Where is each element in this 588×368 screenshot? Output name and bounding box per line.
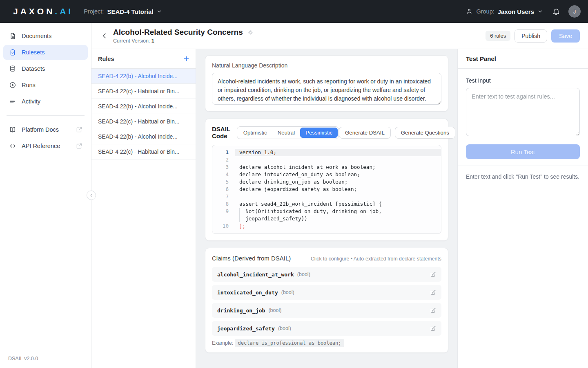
code-icon [9,142,16,150]
clipboard-check-icon [9,49,16,56]
line-number: 4 [212,171,229,178]
project-selector[interactable]: Project: SEAD-4 Tutorial [84,8,162,15]
claim-name: intoxicated_on_duty [217,289,278,296]
back-button[interactable] [100,32,108,40]
sidebar-collapse-button[interactable] [87,191,96,200]
mode-segment[interactable]: Pessimistic [300,128,338,138]
claims-title: Claims (Derived from DSAIL) [212,255,291,262]
code-line[interactable]: 2 [212,156,441,164]
edit-claim-button[interactable] [430,307,436,314]
sidebar-item-datasets[interactable]: Datasets [3,61,88,76]
rule-list-item-label: SEAD-4 22(b) - Alcohol Incide... [98,103,178,110]
code-text: }; [235,222,441,230]
current-version: Current Version: 1 [113,38,254,44]
external-link-icon [76,142,83,150]
activity-icon [9,98,16,105]
document-icon [9,32,16,40]
rule-list-item[interactable]: SEAD-4 22(b) - Alcohol Incide... [91,69,196,84]
line-number: 2 [212,156,229,164]
publish-button[interactable]: Publish [514,29,547,43]
claims-hint: Click to configure • Auto-extracted from… [311,256,441,262]
edit-icon [430,289,436,296]
code-line[interactable]: 4 declare intoxicated_on_duty as boolean… [212,171,441,178]
claim-row[interactable]: intoxicated_on_duty (bool) [212,285,441,300]
code-text: declare drinking_on_job as boolean; [235,178,441,186]
left-sidebar: Documents Rulesets Datasets Runs Activit… [0,23,91,368]
test-input-section: Test Input Run Test [458,69,588,166]
code-line[interactable]: 7 [212,193,441,200]
claim-row[interactable]: drinking_on_job (bool) [212,303,441,318]
test-panel: Test Panel Test Input Run Test Enter tex… [457,49,588,368]
claim-row[interactable]: jeopardized_safety (bool) [212,321,441,336]
group-selector[interactable]: Group: Jaxon Users [466,8,543,15]
test-results-hint: Enter text and click "Run Test" to see r… [458,166,588,187]
save-button[interactable]: Save [551,29,580,43]
description-card: Natural Language Description Alcohol-rel… [205,55,448,112]
line-number: 10 [212,222,229,230]
sidebar-item-activity[interactable]: Activity [3,94,88,109]
code-line[interactable]: 1 version 1.0; [212,149,441,156]
dsail-code-editor[interactable]: 1 version 1.0; 2 3 declare alcohol_incid… [212,145,441,234]
description-textarea[interactable]: Alcohol-related incidents at work, such … [212,73,441,105]
code-line[interactable]: 10 }; [212,222,441,230]
group-icon [466,8,473,15]
line-number: 6 [212,186,229,193]
sidebar-item-label: Rulesets [22,49,45,56]
ruleset-settings-button[interactable] [247,29,254,36]
code-line[interactable]: 8 assert sead4_22b_work_incident [pessim… [212,200,441,208]
rule-list-item[interactable]: SEAD-4 22(c) - Habitual or Bin... [91,144,196,159]
sidebar-item-label: Documents [22,33,51,39]
book-icon [9,126,16,133]
edit-claim-button[interactable] [430,272,436,278]
rule-list-item[interactable]: SEAD-4 22(c) - Habitual or Bin... [91,114,196,129]
sidebar-divider [7,115,85,116]
dsail-header: DSAIL Code OptimisticNeutralPessimistic … [212,126,441,139]
code-line[interactable]: 5 declare drinking_on_job as boolean; [212,178,441,186]
rule-list-item[interactable]: SEAD-4 22(b) - Alcohol Incide... [91,129,196,144]
sidebar-item-label: Activity [22,98,40,105]
sidebar-item-runs[interactable]: Runs [3,78,88,92]
edit-claim-button[interactable] [430,289,436,296]
claim-name: jeopardized_safety [217,325,275,332]
run-test-button[interactable]: Run Test [466,144,580,159]
chevron-left-icon [100,32,108,40]
rule-list-item[interactable]: SEAD-4 22(b) - Alcohol Incide... [91,99,196,114]
top-header: JAXON.AI Project: SEAD-4 Tutorial Group:… [0,0,588,23]
code-line[interactable]: 6 declare jeopardized_safety as boolean; [212,186,441,193]
line-number: 8 [212,200,229,208]
code-text-line: assert sead4_22b_work_incident [pessimis… [239,201,382,207]
generate-questions-button[interactable]: Generate Questions [395,127,455,139]
rule-list-item-label: SEAD-4 22(c) - Habitual or Bin... [98,119,179,125]
avatar[interactable]: J [568,5,581,18]
line-number: 9 [212,208,229,222]
code-text-line: declare intoxicated_on_duty as boolean; [239,171,360,177]
claims-card: Claims (Derived from DSAIL) Click to con… [205,248,448,353]
code-line[interactable]: 3 declare alcohol_incident_at_work as bo… [212,164,441,171]
sidebar-item-documents[interactable]: Documents [3,29,88,43]
edit-icon [430,325,436,332]
mode-segment-label: Pessimistic [305,130,332,136]
claim-row[interactable]: alcohol_incident_at_work (bool) [212,267,441,282]
generate-dsail-button[interactable]: Generate DSAIL [339,127,391,139]
rule-list-item-label: SEAD-4 22(c) - Habitual or Bin... [98,149,179,155]
sidebar-item-label: API Reference [22,143,60,149]
rule-list-item[interactable]: SEAD-4 22(c) - Habitual or Bin... [91,84,196,99]
app-root: JAXON.AI Project: SEAD-4 Tutorial Group:… [0,0,588,368]
dsail-title: DSAIL Code [212,126,230,139]
mode-segment[interactable]: Optimistic [238,128,272,138]
code-text [235,193,441,200]
example-label: Example: [212,340,233,346]
add-rule-button[interactable] [183,55,190,62]
sidebar-item-rulesets[interactable]: Rulesets [3,45,88,60]
notifications-button[interactable] [552,7,560,16]
sidebar-item-platform-docs[interactable]: Platform Docs [3,122,88,137]
code-text-line: }; [239,223,245,229]
sidebar-item-api-reference[interactable]: API Reference [3,139,88,153]
code-line[interactable]: 9 Not(Or(intoxicated_on_duty, drinking_o… [212,208,441,222]
test-input-textarea[interactable] [466,88,580,136]
line-number: 5 [212,178,229,186]
mode-segment-label: Neutral [278,130,295,136]
mode-segment[interactable]: Neutral [272,128,301,138]
claim-type: (bool) [268,307,281,313]
edit-claim-button[interactable] [430,325,436,332]
